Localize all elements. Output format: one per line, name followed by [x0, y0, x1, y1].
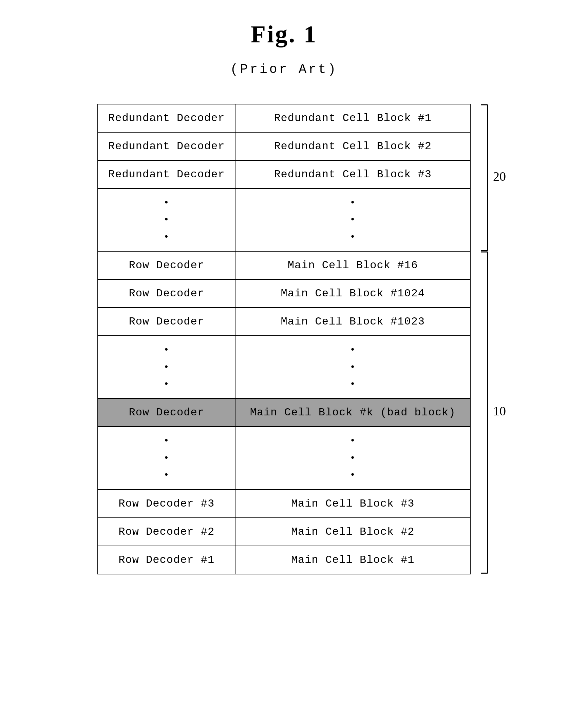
prior-art-label: (Prior Art) [230, 62, 338, 77]
row-dots-2: •••••• [98, 336, 470, 398]
row-bad-block: Row DecoderMain Cell Block #k (bad block… [98, 398, 470, 427]
row-main-1: Row Decoder #1Main Cell Block #1 [98, 546, 470, 574]
row-dots-3: •••••• [98, 427, 470, 489]
row-main-1024: Row DecoderMain Cell Block #1024 [98, 279, 470, 308]
row-main-3: Row Decoder #3Main Cell Block #3 [98, 490, 470, 518]
row-dots-1: •••••• [98, 189, 470, 251]
main-table: Redundant DecoderRedundant Cell Block #1… [97, 104, 471, 574]
page-title: Fig. 1 [251, 20, 317, 48]
row-redundant-1: Redundant DecoderRedundant Cell Block #1 [98, 104, 470, 132]
svg-text:10: 10 [493, 404, 506, 418]
bracket-10-svg: 10 [481, 251, 515, 574]
row-main-2: Row Decoder #2Main Cell Block #2 [98, 518, 470, 546]
row-main-16: Row DecoderMain Cell Block #16 [98, 251, 470, 279]
row-main-1023: Row DecoderMain Cell Block #1023 [98, 308, 470, 336]
row-redundant-3: Redundant DecoderRedundant Cell Block #3 [98, 160, 470, 189]
row-redundant-2: Redundant DecoderRedundant Cell Block #2 [98, 132, 470, 160]
svg-text:20: 20 [493, 169, 506, 183]
bracket-20-svg: 20 [481, 104, 515, 251]
